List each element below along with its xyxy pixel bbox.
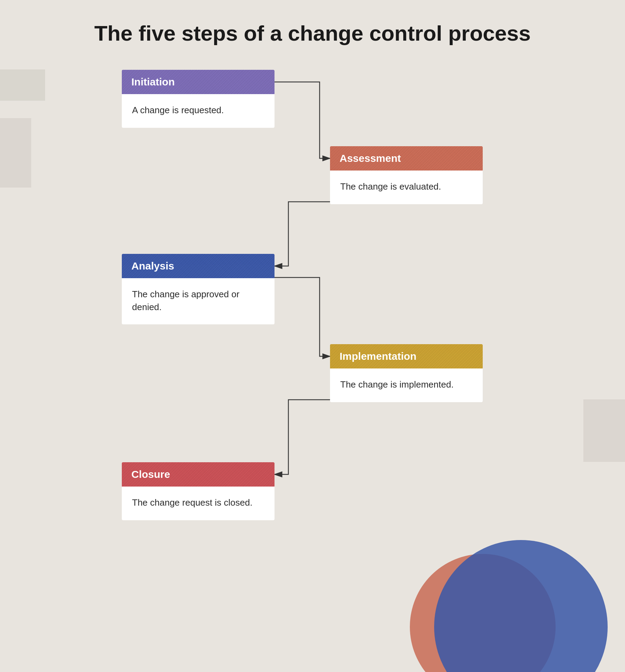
flow-diagram: Initiation A change is requested. Assess… xyxy=(122,70,504,625)
page-title: The five steps of a change control proce… xyxy=(28,21,597,45)
step-closure-label: Closure xyxy=(132,468,170,480)
step-analysis-description: The change is approved or denied. xyxy=(132,288,264,313)
step-assessment-header: Assessment xyxy=(330,146,483,171)
step-assessment-body: The change is evaluated. xyxy=(330,171,483,204)
step-closure-description: The change request is closed. xyxy=(132,496,264,509)
step-analysis-header: Analysis xyxy=(122,254,275,278)
step-initiation-label: Initiation xyxy=(132,76,175,88)
step-analysis-label: Analysis xyxy=(132,260,174,272)
step-assessment-label: Assessment xyxy=(340,152,401,164)
step-initiation-description: A change is requested. xyxy=(132,104,264,116)
step-initiation-header: Initiation xyxy=(122,70,275,94)
step-implementation-header: Implementation xyxy=(330,344,483,368)
step-implementation-label: Implementation xyxy=(340,350,417,362)
step-initiation: Initiation A change is requested. xyxy=(122,70,275,127)
step-implementation-description: The change is implemented. xyxy=(340,378,472,391)
step-implementation-body: The change is implemented. xyxy=(330,368,483,402)
step-closure-body: The change request is closed. xyxy=(122,487,275,520)
step-closure: Closure The change request is closed. xyxy=(122,462,275,520)
step-closure-header: Closure xyxy=(122,462,275,487)
step-analysis: Analysis The change is approved or denie… xyxy=(122,254,275,324)
step-implementation: Implementation The change is implemented… xyxy=(330,344,483,402)
main-content: The five steps of a change control proce… xyxy=(0,0,625,653)
step-analysis-body: The change is approved or denied. xyxy=(122,278,275,324)
step-initiation-body: A change is requested. xyxy=(122,94,275,127)
step-assessment-description: The change is evaluated. xyxy=(340,180,472,193)
step-assessment: Assessment The change is evaluated. xyxy=(330,146,483,204)
